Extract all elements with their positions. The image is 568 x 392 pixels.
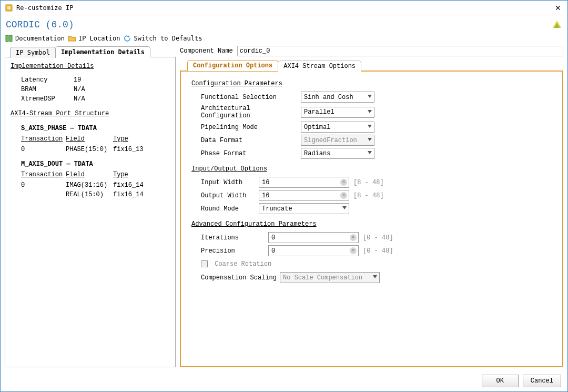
output-width-hint: [8 - 48]: [353, 192, 384, 199]
ip-header: CORDIC (6.0): [1, 15, 567, 32]
switch-defaults-label: Switch to Defaults: [134, 35, 202, 42]
chevron-down-icon: [368, 151, 372, 154]
tab-implementation-details[interactable]: Implementation Details: [55, 46, 150, 57]
ip-location-link[interactable]: IP Location: [68, 34, 120, 43]
clear-icon[interactable]: ×: [340, 192, 347, 199]
precision-hint: [0 - 48]: [363, 247, 393, 255]
window-title: Re-customize IP: [16, 4, 73, 12]
ip-title: CORDIC (6.0): [6, 19, 74, 30]
tab-configuration-options[interactable]: Configuration Options: [187, 60, 278, 71]
chevron-down-icon: [368, 138, 372, 141]
impl-details-heading: Implementation Details: [11, 63, 170, 70]
toolbar: Documentation IP Location Switch to Defa…: [1, 32, 567, 46]
arch-config-select[interactable]: Parallel: [301, 107, 374, 118]
tab-ip-symbol[interactable]: IP Symbol: [10, 47, 56, 58]
cancel-button[interactable]: Cancel: [523, 375, 561, 387]
port-title-1: M_AXIS_DOUT — TDATA: [21, 160, 170, 168]
close-icon[interactable]: ✕: [553, 4, 563, 12]
io-options-group: Input/Output Options Input Width × [8 - …: [191, 165, 552, 214]
chevron-down-icon: [373, 275, 377, 278]
round-mode-label: Round Mode: [201, 205, 259, 213]
component-name-row: Component Name: [180, 46, 563, 56]
functional-selection-label: Functional Selection: [201, 94, 301, 101]
round-mode-select[interactable]: Truncate: [259, 203, 349, 214]
tab-ip-symbol-label: IP Symbol: [16, 49, 50, 56]
compensation-scaling-select: No Scale Compensation: [280, 272, 380, 283]
port-title-0: S_AXIS_PHASE — TDATA: [21, 125, 170, 132]
coarse-rotation-row: Coarse Rotation: [201, 260, 552, 268]
clear-icon[interactable]: ×: [340, 179, 347, 186]
data-format-select: SignedFraction: [301, 135, 374, 146]
component-name-label: Component Name: [180, 47, 233, 55]
table-row: 0IMAG(31:16)fix16_14: [21, 182, 170, 189]
impl-row-latency: Latency19: [21, 76, 170, 84]
coarse-rotation-label: Coarse Rotation: [215, 260, 271, 268]
titlebar: Re-customize IP ✕: [1, 1, 567, 15]
chevron-down-icon: [368, 95, 372, 98]
axi-structure-heading: AXI4-Stream Port Structure: [11, 110, 170, 117]
ip-block-icon: [5, 4, 13, 12]
advanced-params-group: Advanced Configuration Parameters Iterat…: [191, 220, 552, 283]
config-params-heading: Configuration Parameters: [191, 80, 552, 87]
port-table-1: TransactionFieldType 0IMAG(31:16)fix16_1…: [21, 171, 170, 198]
implementation-details-panel: Implementation Details Latency19 BRAMN/A…: [5, 57, 176, 367]
input-width-input[interactable]: [259, 177, 349, 188]
table-row: REAL(15:0)fix16_14: [21, 191, 170, 198]
dialog-footer: OK Cancel: [1, 371, 567, 391]
ok-button[interactable]: OK: [482, 375, 519, 387]
impl-row-xtremedsp: XtremeDSPN/A: [21, 95, 170, 103]
ip-location-label: IP Location: [78, 35, 120, 42]
left-panel: IP Symbol Implementation Details Impleme…: [5, 46, 176, 367]
iterations-label: Iterations: [201, 234, 268, 242]
advanced-params-heading: Advanced Configuration Parameters: [191, 220, 552, 228]
recustomize-ip-window: Re-customize IP ✕ CORDIC (6.0) Documenta…: [0, 0, 568, 392]
pipelining-mode-label: Pipelining Mode: [201, 124, 301, 131]
documentation-label: Documentation: [15, 35, 65, 42]
content-area: IP Symbol Implementation Details Impleme…: [1, 46, 567, 371]
tab-impl-details-label: Implementation Details: [61, 48, 145, 56]
output-width-input[interactable]: [259, 190, 349, 201]
compensation-scaling-label: Compensation Scaling: [201, 274, 280, 282]
right-panel: Component Name Configuration Options AXI…: [180, 46, 563, 367]
functional-selection-select[interactable]: Sinh and Cosh: [301, 92, 374, 103]
vendor-logo-icon: [552, 19, 562, 30]
data-format-label: Data Format: [201, 137, 301, 144]
svg-rect-1: [7, 6, 11, 10]
input-width-label: Input Width: [201, 179, 259, 186]
component-name-input[interactable]: [237, 46, 563, 56]
precision-label: Precision: [201, 247, 268, 255]
table-row: 0PHASE(15:0)fix16_13: [21, 146, 170, 153]
configuration-options-panel: Configuration Parameters Functional Sele…: [180, 71, 563, 367]
chevron-down-icon: [368, 110, 372, 113]
coarse-rotation-checkbox: [201, 260, 208, 267]
chevron-down-icon: [368, 125, 372, 128]
documentation-link[interactable]: Documentation: [5, 34, 65, 43]
phase-format-select[interactable]: Radians: [301, 148, 374, 159]
output-width-label: Output Width: [201, 192, 259, 199]
iterations-input[interactable]: [268, 232, 359, 243]
clear-icon[interactable]: ×: [350, 247, 357, 254]
refresh-icon: [123, 34, 131, 43]
iterations-hint: [0 - 48]: [363, 234, 393, 242]
io-options-heading: Input/Output Options: [191, 165, 552, 173]
config-tabs: Configuration Options AXI4 Stream Option…: [187, 59, 563, 71]
pipelining-mode-select[interactable]: Optimal: [301, 122, 374, 133]
tab-axi4-stream-options[interactable]: AXI4 Stream Options: [278, 61, 361, 72]
folder-icon: [68, 34, 76, 43]
config-params-group: Configuration Parameters Functional Sele…: [191, 80, 552, 159]
precision-input[interactable]: [268, 245, 359, 256]
chevron-down-icon: [342, 206, 347, 209]
phase-format-label: Phase Format: [201, 150, 301, 157]
clear-icon[interactable]: ×: [350, 234, 357, 241]
port-table-0: TransactionFieldType 0PHASE(15:0)fix16_1…: [21, 135, 170, 153]
arch-config-label: Architectural Configuration: [201, 105, 301, 119]
input-width-hint: [8 - 48]: [353, 179, 384, 186]
switch-defaults-link[interactable]: Switch to Defaults: [123, 34, 202, 43]
left-tabs: IP Symbol Implementation Details: [10, 46, 176, 57]
impl-row-bram: BRAMN/A: [21, 86, 170, 93]
book-icon: [5, 34, 13, 43]
